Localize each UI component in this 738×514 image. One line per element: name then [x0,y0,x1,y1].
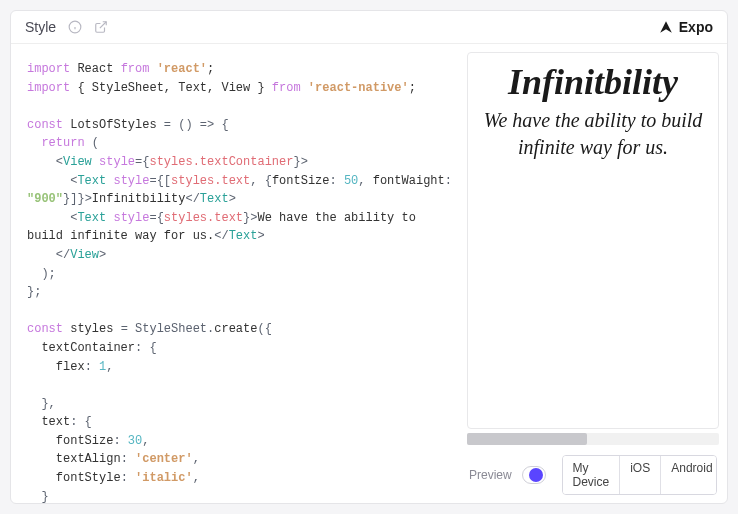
tab-mydevice[interactable]: My Device [563,456,621,494]
header-bar: Style Expo [11,11,727,44]
preview-title: Infinitbility [476,63,710,103]
main-area: import React from 'react'; import { Styl… [11,44,727,503]
preview-panel: Infinitbility We have the ability to bui… [459,44,727,503]
info-icon[interactable] [68,20,82,34]
brand-logo[interactable]: Expo [659,19,713,35]
preview-footer: Preview My Device iOS Android Web [459,449,727,503]
kw-import: import [27,62,70,76]
svg-line-3 [100,22,106,28]
platform-tabs: My Device iOS Android Web [562,455,717,495]
panel-title: Style [25,19,56,35]
external-link-icon[interactable] [94,20,108,34]
preview-subtitle: We have the ability to build infinite wa… [476,107,710,161]
toggle-knob [529,468,543,482]
code-editor[interactable]: import React from 'react'; import { Styl… [11,44,459,503]
scrollbar-thumb[interactable] [467,433,587,445]
preview-viewport: Infinitbility We have the ability to bui… [467,52,719,429]
preview-label: Preview [469,468,512,482]
preview-toggle[interactable] [522,466,546,484]
app-window: Style Expo import React from 'react'; im… [10,10,728,504]
brand-label: Expo [679,19,713,35]
tab-android[interactable]: Android [661,456,717,494]
tab-ios[interactable]: iOS [620,456,661,494]
horizontal-scrollbar[interactable] [467,433,719,445]
